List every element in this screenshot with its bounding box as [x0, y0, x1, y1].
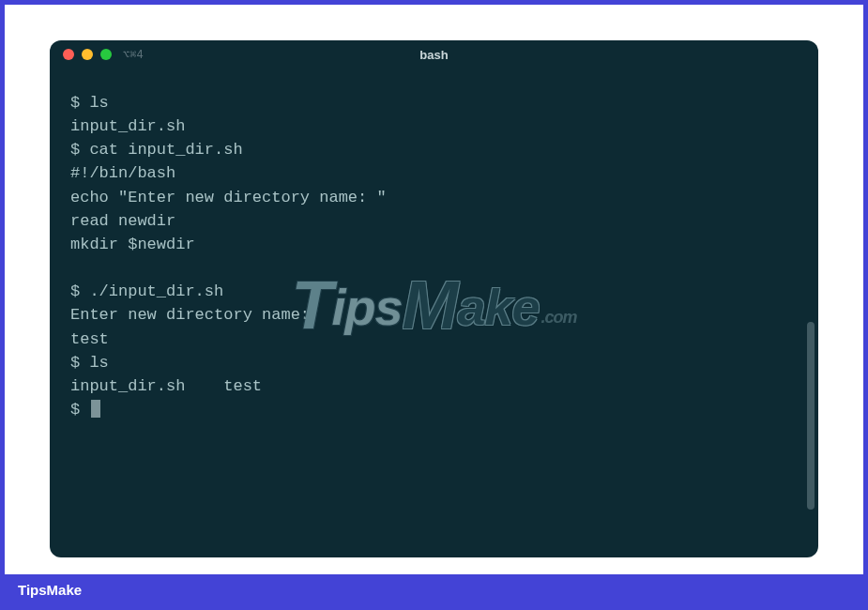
terminal-line: $ ./input_dir.sh: [70, 280, 798, 303]
terminal-blank-line: [70, 256, 798, 280]
tab-shortcut-indicator: ⌥⌘4: [123, 48, 144, 61]
scrollbar-thumb[interactable]: [807, 322, 815, 510]
terminal-line: mkdir $newdir: [70, 233, 798, 256]
window-titlebar: ⌥⌘4 bash: [50, 40, 818, 69]
cursor-icon: [91, 400, 100, 418]
terminal-line: $ cat input_dir.sh: [70, 138, 798, 161]
terminal-line: input_dir.sh: [70, 114, 798, 138]
footer-label: TipsMake: [5, 574, 863, 605]
terminal-line: read newdir: [70, 209, 798, 233]
terminal-line: #!/bin/bash: [70, 161, 798, 185]
terminal-window: ⌥⌘4 bash $ ls input_dir.sh $ cat input_d…: [50, 40, 818, 557]
terminal-line: test: [70, 328, 798, 351]
minimize-button[interactable]: [82, 49, 93, 60]
terminal-prompt-line: $: [70, 398, 798, 421]
terminal-prompt: $: [70, 401, 89, 419]
close-button[interactable]: [63, 49, 74, 60]
terminal-line: $ ls: [70, 91, 798, 114]
terminal-line: echo "Enter new directory name: ": [70, 186, 798, 209]
page-frame: ⌥⌘4 bash $ ls input_dir.sh $ cat input_d…: [5, 5, 863, 605]
maximize-button[interactable]: [100, 49, 112, 60]
terminal-line: $ ls: [70, 351, 798, 374]
traffic-lights: [63, 49, 112, 60]
terminal-line: Enter new directory name:: [70, 303, 798, 327]
window-title: bash: [50, 48, 818, 62]
terminal-body[interactable]: $ ls input_dir.sh $ cat input_dir.sh #!/…: [50, 69, 818, 557]
terminal-line: input_dir.sh test: [70, 374, 798, 398]
